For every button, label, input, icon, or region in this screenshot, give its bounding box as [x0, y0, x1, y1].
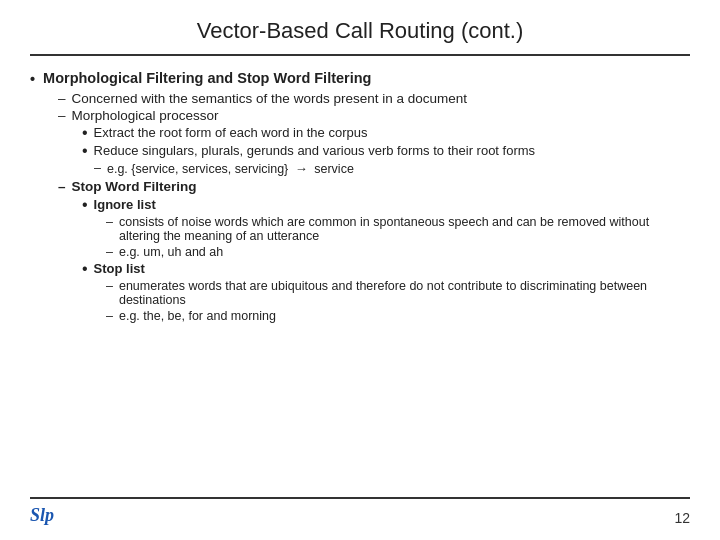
ignore-dot: •	[82, 197, 88, 213]
eg-dash: –	[94, 161, 101, 175]
slide: Vector-Based Call Routing (cont.) • Morp…	[0, 0, 720, 540]
morph-bullet-2: • Reduce singulars, plurals, gerunds and…	[82, 143, 690, 159]
eg-result: service	[314, 162, 354, 176]
eg-prefix: e.g. {service, services, servicing}	[107, 162, 288, 176]
dash-2: –	[58, 108, 66, 123]
stop-word-heading-text: Stop Word Filtering	[72, 179, 197, 194]
dash-item-2: – Morphological processor	[58, 108, 690, 123]
dash-1: –	[58, 91, 66, 106]
morph-bullet-1-text: Extract the root form of each word in th…	[94, 125, 368, 140]
morph-bullet-1: • Extract the root form of each word in …	[82, 125, 690, 141]
ignore-dash-1: –	[106, 215, 113, 229]
eg-line: – e.g. {service, services, servicing} → …	[94, 161, 690, 176]
dot-1: •	[82, 125, 88, 141]
stop-list-sub: – enumerates words that are ubiquitous a…	[106, 279, 690, 323]
stop-list-sub-2-text: e.g. the, be, for and morning	[119, 309, 276, 323]
stop-list-sub-2: – e.g. the, be, for and morning	[106, 309, 690, 323]
stop-word-sub-list: • Ignore list – consists of noise words …	[82, 197, 690, 323]
eg-text: e.g. {service, services, servicing} → se…	[107, 161, 354, 176]
stop-dot: •	[82, 261, 88, 277]
dash-item-1-text: Concerned with the semantics of the word…	[72, 91, 467, 106]
slide-content: • Morphological Filtering and Stop Word …	[30, 66, 690, 493]
stop-word-heading: – Stop Word Filtering	[58, 179, 690, 194]
stop-list-sub-1-text: enumerates words that are ubiquitous and…	[119, 279, 690, 307]
morphological-sub-list: – Concerned with the semantics of the wo…	[58, 91, 690, 323]
footer-page: 12	[674, 510, 690, 526]
dash-item-1: – Concerned with the semantics of the wo…	[58, 91, 690, 106]
footer: Slp 12	[30, 497, 690, 526]
stop-list-sub-1: – enumerates words that are ubiquitous a…	[106, 279, 690, 307]
ignore-list-sub-1-text: consists of noise words which are common…	[119, 215, 690, 243]
ignore-list-sub: – consists of noise words which are comm…	[106, 215, 690, 259]
stop-list-item: • Stop list	[82, 261, 690, 277]
morph-bullet-2-text: Reduce singulars, plurals, gerunds and v…	[94, 143, 535, 158]
ignore-list-sub-2-text: e.g. um, uh and ah	[119, 245, 223, 259]
top-bullet: • Morphological Filtering and Stop Word …	[30, 70, 690, 87]
eg-arrow: →	[295, 161, 308, 176]
slide-title: Vector-Based Call Routing (cont.)	[30, 18, 690, 56]
stop-list-label: Stop list	[94, 261, 145, 276]
stop-dash-2: –	[106, 309, 113, 323]
stop-dash-1: –	[106, 279, 113, 293]
ignore-dash-2: –	[106, 245, 113, 259]
footer-logo: Slp	[30, 505, 54, 526]
ignore-list-item: • Ignore list	[82, 197, 690, 213]
dash-item-2-text: Morphological processor	[72, 108, 219, 123]
morph-sub-sub-list: • Extract the root form of each word in …	[82, 125, 690, 176]
bullet-dot: •	[30, 71, 35, 87]
dot-2: •	[82, 143, 88, 159]
ignore-list-sub-2: – e.g. um, uh and ah	[106, 245, 690, 259]
stop-word-dash: –	[58, 179, 66, 194]
ignore-list-sub-1: – consists of noise words which are comm…	[106, 215, 690, 243]
top-bullet-text: Morphological Filtering and Stop Word Fi…	[43, 70, 371, 86]
ignore-list-label: Ignore list	[94, 197, 156, 212]
